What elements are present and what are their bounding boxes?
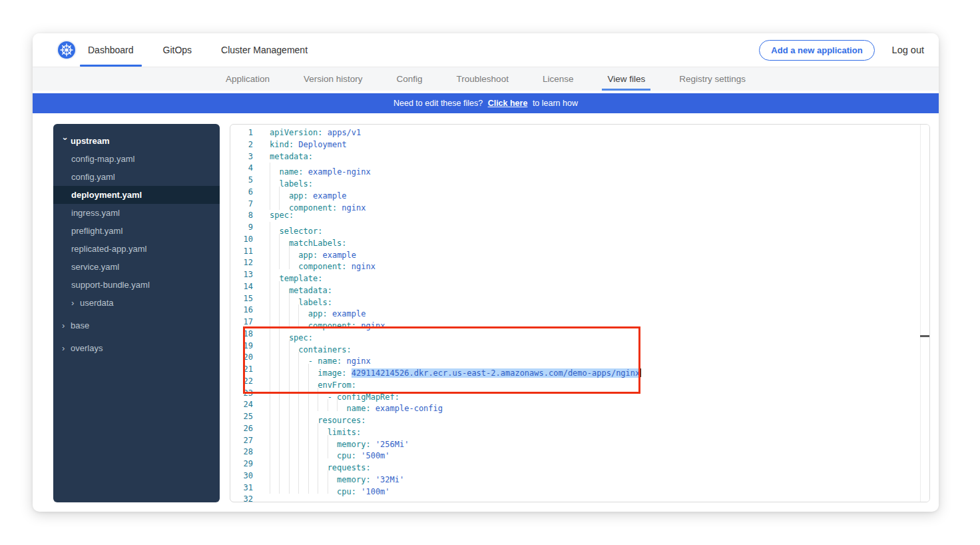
tree-item-preflight-yaml[interactable]: preflight.yaml xyxy=(53,222,220,240)
code-line-6[interactable]: 6app: example xyxy=(230,187,929,199)
nav-item-cluster-management[interactable]: Cluster Management xyxy=(213,33,316,67)
indent-guide xyxy=(298,388,308,400)
indent-guide xyxy=(289,257,298,269)
code-line-21[interactable]: 21image: 429114214526.dkr.ecr.us-east-2.… xyxy=(230,364,929,376)
indent-guide xyxy=(298,435,308,447)
indent-guide xyxy=(279,446,288,458)
line-content: - configMapRef: xyxy=(270,388,399,400)
code-line-4[interactable]: 4name: example-nginx xyxy=(230,163,929,175)
code-line-26[interactable]: 26limits: xyxy=(230,423,929,435)
yaml-key: spec: xyxy=(270,211,294,220)
code-line-14[interactable]: 14metadata: xyxy=(230,281,929,293)
code-line-24[interactable]: 24name: example-config xyxy=(230,399,929,411)
code-line-31[interactable]: 31cpu: '100m' xyxy=(230,482,929,494)
tree-item-label: upstream xyxy=(71,136,110,146)
indent-guide xyxy=(308,388,318,400)
code-line-19[interactable]: 19containers: xyxy=(230,340,929,352)
code-line-32[interactable]: 32 xyxy=(230,494,929,502)
admin-console-window: DashboardGitOpsCluster Management Add a … xyxy=(33,33,939,512)
line-content: component: nginx xyxy=(270,199,366,211)
indent-guide xyxy=(270,163,279,175)
tree-item-base[interactable]: ›base xyxy=(53,316,220,334)
banner-click-here-link[interactable]: Click here xyxy=(488,99,528,108)
line-content: selector: xyxy=(270,222,322,234)
tab-config[interactable]: Config xyxy=(395,67,424,91)
line-number: 32 xyxy=(230,494,253,502)
code-line-9[interactable]: 9selector: xyxy=(230,222,929,234)
nav-item-dashboard[interactable]: Dashboard xyxy=(80,33,142,67)
indent-guide xyxy=(318,423,327,435)
line-number: 15 xyxy=(230,293,253,305)
indent-guide xyxy=(279,458,288,470)
logout-link[interactable]: Log out xyxy=(892,45,927,55)
code-line-27[interactable]: 27memory: '256Mi' xyxy=(230,435,929,447)
code-line-12[interactable]: 12component: nginx xyxy=(230,257,929,269)
tree-item-config-yaml[interactable]: config.yaml xyxy=(53,168,220,186)
line-content: resources: xyxy=(270,411,366,423)
line-content: apiVersion: apps/v1 xyxy=(270,127,361,139)
tree-item-userdata[interactable]: ›userdata xyxy=(53,294,220,312)
nav-item-gitops[interactable]: GitOps xyxy=(155,33,200,67)
indent-guide xyxy=(318,458,327,470)
yaml-value: '100m' xyxy=(361,486,389,496)
tree-item-replicated-app-yaml[interactable]: replicated-app.yaml xyxy=(53,240,220,258)
tab-troubleshoot[interactable]: Troubleshoot xyxy=(455,67,510,91)
tab-application[interactable]: Application xyxy=(224,67,271,91)
code-line-28[interactable]: 28cpu: '500m' xyxy=(230,446,929,458)
editor-scrollbar-gutter xyxy=(920,125,929,502)
code-line-30[interactable]: 30memory: '32Mi' xyxy=(230,470,929,482)
code-line-20[interactable]: 20- name: nginx xyxy=(230,352,929,364)
indent-guide xyxy=(318,470,327,482)
tab-license[interactable]: License xyxy=(541,67,575,91)
line-content: name: example-config xyxy=(270,399,443,411)
indent-guide xyxy=(279,187,288,199)
line-content: image: 429114214526.dkr.ecr.us-east-2.am… xyxy=(270,364,641,376)
code-line-1[interactable]: 1apiVersion: apps/v1 xyxy=(230,127,929,139)
indent-guide xyxy=(289,470,298,482)
tree-item-upstream[interactable]: ›upstream xyxy=(53,132,220,150)
scrollbar-marker[interactable] xyxy=(920,335,929,337)
banner-text-suffix: to learn how xyxy=(533,99,578,108)
code-line-7[interactable]: 7component: nginx xyxy=(230,199,929,211)
tab-view-files[interactable]: View files xyxy=(606,67,646,91)
code-line-3[interactable]: 3metadata: xyxy=(230,151,929,163)
indent-guide xyxy=(270,293,279,305)
indent-guide xyxy=(289,411,298,423)
code-line-29[interactable]: 29requests: xyxy=(230,458,929,470)
line-number: 31 xyxy=(230,482,253,494)
line-content: memory: '256Mi' xyxy=(270,435,409,447)
tree-item-service-yaml[interactable]: service.yaml xyxy=(53,258,220,276)
tree-item-overlays[interactable]: ›overlays xyxy=(53,339,220,357)
line-content: app: example xyxy=(270,246,356,258)
indent-guide xyxy=(279,364,288,376)
code-line-10[interactable]: 10matchLabels: xyxy=(230,234,929,246)
code-line-2[interactable]: 2kind: Deployment xyxy=(230,139,929,151)
indent-guide xyxy=(289,458,298,470)
code-line-16[interactable]: 16app: example xyxy=(230,304,929,316)
tree-item-support-bundle-yaml[interactable]: support-bundle.yaml xyxy=(53,276,220,294)
tab-registry-settings[interactable]: Registry settings xyxy=(678,67,747,91)
code-line-11[interactable]: 11app: example xyxy=(230,246,929,258)
line-number: 20 xyxy=(230,352,253,364)
yaml-code-editor[interactable]: 1apiVersion: apps/v12kind: Deployment3me… xyxy=(230,124,930,502)
code-line-25[interactable]: 25resources: xyxy=(230,411,929,423)
line-number: 8 xyxy=(230,210,253,222)
code-line-23[interactable]: 23- configMapRef: xyxy=(230,388,929,400)
indent-guide xyxy=(308,435,318,447)
indent-guide xyxy=(279,352,288,364)
chevron-down-icon: › xyxy=(61,137,71,146)
line-number: 1 xyxy=(230,127,253,139)
tree-item-ingress-yaml[interactable]: ingress.yaml xyxy=(53,204,220,222)
line-number: 12 xyxy=(230,257,253,269)
indent-guide xyxy=(328,446,337,458)
indent-guide xyxy=(298,423,308,435)
line-content: cpu: '100m' xyxy=(270,482,390,494)
line-number: 24 xyxy=(230,399,253,411)
code-lines: 1apiVersion: apps/v12kind: Deployment3me… xyxy=(230,127,929,502)
code-line-15[interactable]: 15labels: xyxy=(230,293,929,305)
code-line-17[interactable]: 17component: nginx xyxy=(230,316,929,328)
tree-item-deployment-yaml[interactable]: deployment.yaml xyxy=(53,186,220,204)
tab-version-history[interactable]: Version history xyxy=(302,67,364,91)
tree-item-config-map-yaml[interactable]: config-map.yaml xyxy=(53,150,220,168)
add-application-button[interactable]: Add a new application xyxy=(759,40,874,61)
